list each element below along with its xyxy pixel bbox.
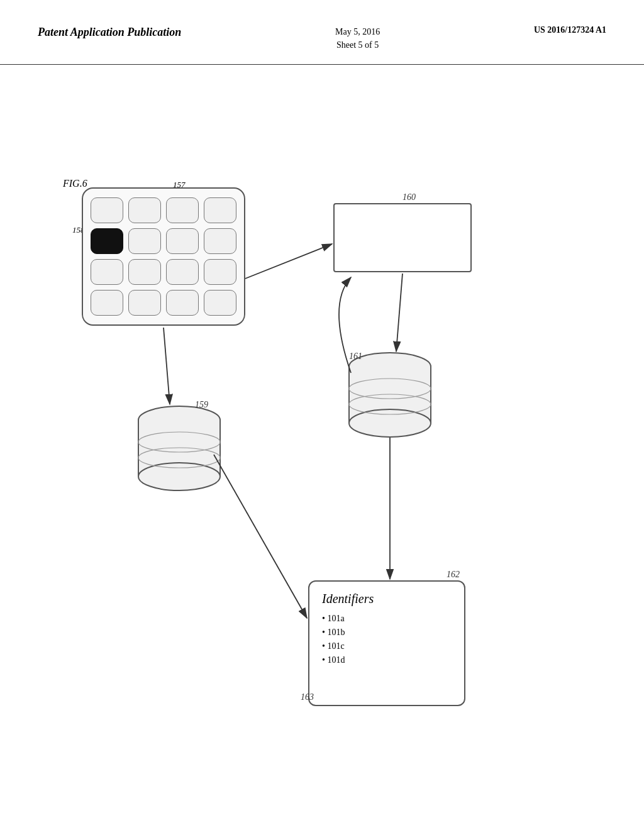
header-center: May 5, 2016 Sheet 5 of 5 [335, 25, 380, 52]
svg-rect-1 [138, 420, 220, 477]
svg-point-0 [138, 406, 220, 434]
sheet-info: Sheet 5 of 5 [335, 38, 380, 52]
pill-cell [166, 259, 199, 285]
pill-cell [91, 197, 123, 223]
identifier-item-b: • 101b [322, 628, 452, 638]
identifiers-box: Identifiers • 101a • 101b • 101c • 101d [308, 580, 465, 706]
pill-cell [128, 197, 161, 223]
blister-pack [82, 187, 245, 326]
svg-line-21 [245, 244, 332, 279]
pill-cell [91, 290, 123, 316]
diagram-area: FIG.6 157 158 Identifiers • 101a • 1 [0, 65, 644, 807]
identifier-item-a: • 101a [322, 614, 452, 624]
pill-cell [128, 228, 161, 254]
svg-point-8 [349, 353, 431, 380]
publication-date: May 5, 2016 [335, 25, 380, 38]
svg-point-12 [349, 409, 431, 437]
pill-cell [204, 290, 236, 316]
svg-point-4 [138, 463, 220, 490]
page-header: Patent Application Publication May 5, 20… [0, 0, 644, 65]
svg-point-5 [138, 432, 220, 452]
pill-cell [204, 197, 236, 223]
svg-text:161: 161 [349, 351, 362, 361]
patent-number: US 2016/127324 A1 [534, 25, 606, 35]
svg-text:160: 160 [402, 192, 416, 202]
svg-rect-9 [349, 367, 431, 423]
pill-cell [166, 228, 199, 254]
figure-label: FIG.6 [63, 178, 87, 189]
pill-cell-selected [91, 228, 123, 254]
svg-point-14 [349, 394, 431, 414]
identifier-item-d: • 101d [322, 655, 452, 665]
svg-text:162: 162 [447, 570, 460, 579]
rect-box-160 [333, 203, 472, 272]
pill-cell [166, 290, 199, 316]
pill-cell [166, 197, 199, 223]
svg-point-13 [349, 379, 431, 399]
publication-title: Patent Application Publication [38, 25, 181, 40]
pill-cell [91, 259, 123, 285]
svg-point-6 [138, 448, 220, 468]
pill-cell [128, 290, 161, 316]
svg-line-23 [214, 455, 307, 618]
pill-cell [128, 259, 161, 285]
pill-cell [204, 228, 236, 254]
svg-line-20 [164, 328, 170, 404]
identifiers-title: Identifiers [322, 592, 452, 606]
svg-line-22 [396, 274, 402, 351]
identifier-item-c: • 101c [322, 641, 452, 651]
svg-text:159: 159 [195, 400, 208, 409]
pill-cell [204, 259, 236, 285]
